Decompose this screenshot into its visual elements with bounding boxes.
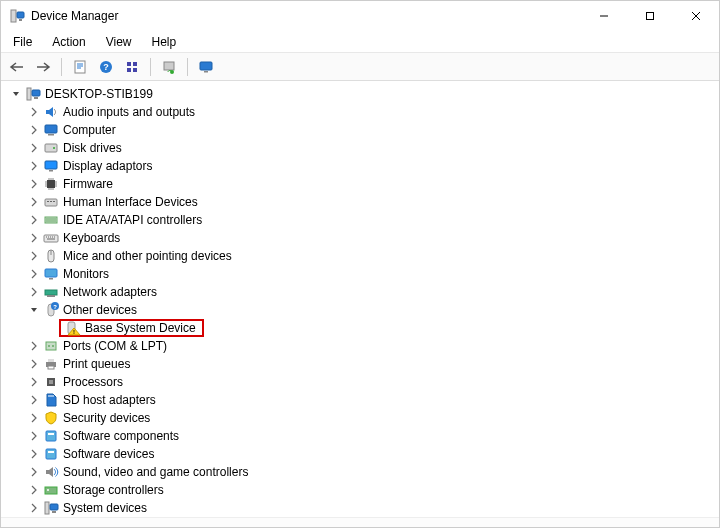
question-icon xyxy=(43,302,59,318)
tree-node[interactable]: DESKTOP-STIB199 xyxy=(7,85,713,103)
storage-icon xyxy=(43,482,59,498)
system-icon xyxy=(43,500,59,516)
tree-node[interactable]: Print queues xyxy=(7,355,713,373)
help-button[interactable] xyxy=(94,56,118,78)
device-tree[interactable]: DESKTOP-STIB199Audio inputs and outputsC… xyxy=(1,81,719,517)
tree-node[interactable]: Mice and other pointing devices xyxy=(7,247,713,265)
chevron-right-icon[interactable] xyxy=(27,141,41,155)
warn-icon xyxy=(65,320,81,336)
disk-icon xyxy=(43,140,59,156)
cpu-icon xyxy=(43,374,59,390)
chevron-right-icon[interactable] xyxy=(27,231,41,245)
toolbar-separator xyxy=(61,58,62,76)
tree-node[interactable]: Firmware xyxy=(7,175,713,193)
window-title: Device Manager xyxy=(31,9,118,23)
chevron-right-icon[interactable] xyxy=(27,339,41,353)
tree-node-label: Audio inputs and outputs xyxy=(63,105,195,119)
chevron-right-icon[interactable] xyxy=(27,177,41,191)
tree-node[interactable]: IDE ATA/ATAPI controllers xyxy=(7,211,713,229)
chevron-down-icon[interactable] xyxy=(9,87,23,101)
tree-node-label: Software devices xyxy=(63,447,154,461)
app-icon xyxy=(9,8,25,24)
software-icon xyxy=(43,446,59,462)
minimize-button[interactable] xyxy=(581,1,627,31)
chevron-right-icon[interactable] xyxy=(27,123,41,137)
toolbar xyxy=(1,53,719,81)
tree-node-label: Network adapters xyxy=(63,285,157,299)
tree-node[interactable]: System devices xyxy=(7,499,713,517)
tree-node-label: Ports (COM & LPT) xyxy=(63,339,167,353)
computer-icon xyxy=(43,122,59,138)
chevron-right-icon[interactable] xyxy=(27,447,41,461)
tree-node[interactable]: Audio inputs and outputs xyxy=(7,103,713,121)
computer-root-icon xyxy=(25,86,41,102)
mouse-icon xyxy=(43,248,59,264)
tree-node[interactable]: Network adapters xyxy=(7,283,713,301)
chevron-right-icon[interactable] xyxy=(27,267,41,281)
chevron-right-icon[interactable] xyxy=(27,483,41,497)
tree-node-label: Firmware xyxy=(63,177,113,191)
toolbar-separator xyxy=(187,58,188,76)
tree-node[interactable]: Sound, video and game controllers xyxy=(7,463,713,481)
chevron-down-icon[interactable] xyxy=(27,303,41,317)
devices-by-type-button[interactable] xyxy=(194,56,218,78)
keyboard-icon xyxy=(43,230,59,246)
tree-node-label: DESKTOP-STIB199 xyxy=(45,87,153,101)
chip-icon xyxy=(43,176,59,192)
scan-hardware-button[interactable] xyxy=(157,56,181,78)
chevron-right-icon[interactable] xyxy=(27,285,41,299)
tree-node[interactable]: Software devices xyxy=(7,445,713,463)
tree-node[interactable]: Human Interface Devices xyxy=(7,193,713,211)
chevron-right-icon[interactable] xyxy=(27,249,41,263)
chevron-right-icon[interactable] xyxy=(27,195,41,209)
toolbar-separator xyxy=(150,58,151,76)
tree-node[interactable]: Security devices xyxy=(7,409,713,427)
tree-node[interactable]: Other devices xyxy=(7,301,713,319)
tree-node[interactable]: Storage controllers xyxy=(7,481,713,499)
ide-icon xyxy=(43,212,59,228)
chevron-right-icon[interactable] xyxy=(27,357,41,371)
tree-node[interactable]: SD host adapters xyxy=(7,391,713,409)
tree-node-label: Processors xyxy=(63,375,123,389)
chevron-right-icon[interactable] xyxy=(27,465,41,479)
chevron-right-icon[interactable] xyxy=(27,159,41,173)
chevron-right-icon[interactable] xyxy=(27,429,41,443)
speaker-icon xyxy=(43,104,59,120)
menu-file[interactable]: File xyxy=(5,33,40,51)
tree-node-label: Print queues xyxy=(63,357,130,371)
tree-node[interactable]: Software components xyxy=(7,427,713,445)
forward-button[interactable] xyxy=(31,56,55,78)
back-button[interactable] xyxy=(5,56,29,78)
maximize-button[interactable] xyxy=(627,1,673,31)
menu-action[interactable]: Action xyxy=(44,33,93,51)
tree-node[interactable]: Processors xyxy=(7,373,713,391)
tree-node[interactable]: Computer xyxy=(7,121,713,139)
tree-node[interactable]: Keyboards xyxy=(7,229,713,247)
tree-node-label: Keyboards xyxy=(63,231,120,245)
tree-node[interactable]: Base System Device xyxy=(7,319,713,337)
network-icon xyxy=(43,284,59,300)
highlighted-device[interactable]: Base System Device xyxy=(59,319,204,337)
sd-icon xyxy=(43,392,59,408)
menu-view[interactable]: View xyxy=(98,33,140,51)
tree-node-label: Security devices xyxy=(63,411,150,425)
chevron-right-icon[interactable] xyxy=(27,501,41,515)
chevron-right-icon[interactable] xyxy=(27,105,41,119)
close-button[interactable] xyxy=(673,1,719,31)
menu-help[interactable]: Help xyxy=(144,33,185,51)
chevron-right-icon[interactable] xyxy=(27,411,41,425)
tree-node[interactable]: Ports (COM & LPT) xyxy=(7,337,713,355)
hid-icon xyxy=(43,194,59,210)
chevron-right-icon[interactable] xyxy=(27,375,41,389)
tree-node[interactable]: Display adaptors xyxy=(7,157,713,175)
chevron-right-icon[interactable] xyxy=(27,393,41,407)
tree-node[interactable]: Disk drives xyxy=(7,139,713,157)
tree-node[interactable]: Monitors xyxy=(7,265,713,283)
tree-node-label: Computer xyxy=(63,123,116,137)
tree-node-label: Disk drives xyxy=(63,141,122,155)
tree-node-label: Monitors xyxy=(63,267,109,281)
chevron-right-icon[interactable] xyxy=(27,213,41,227)
properties-button[interactable] xyxy=(68,56,92,78)
tree-node-label: IDE ATA/ATAPI controllers xyxy=(63,213,202,227)
show-hidden-button[interactable] xyxy=(120,56,144,78)
